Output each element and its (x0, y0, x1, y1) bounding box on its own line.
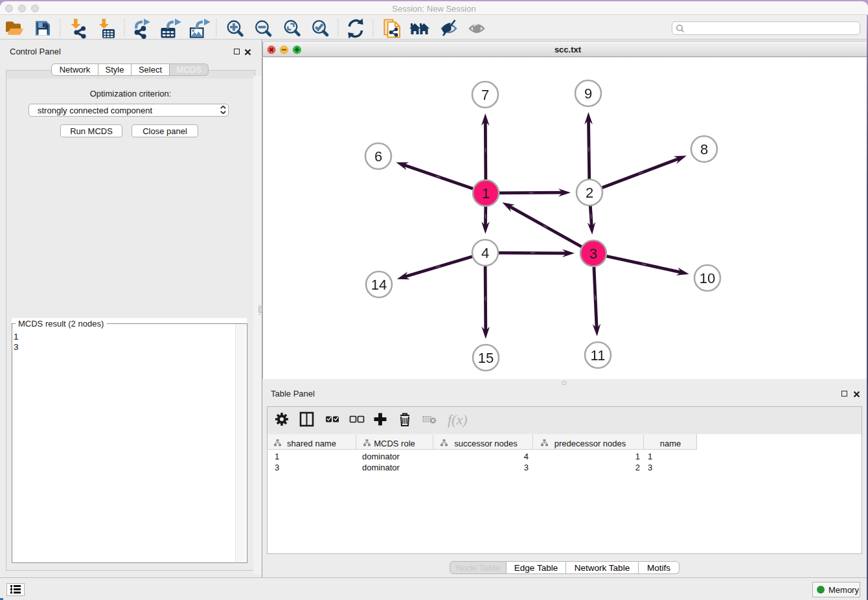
svg-text:3: 3 (589, 246, 597, 262)
svg-text:f(x): f(x) (448, 411, 468, 428)
svg-text:4: 4 (481, 245, 489, 261)
svg-text:2: 2 (586, 185, 593, 201)
svg-text:8: 8 (700, 141, 708, 157)
svg-text:7: 7 (481, 87, 489, 103)
svg-text:11: 11 (591, 347, 606, 363)
svg-text:14: 14 (371, 277, 387, 293)
svg-text:1: 1 (482, 185, 490, 202)
svg-text:15: 15 (478, 350, 494, 366)
svg-text:10: 10 (700, 270, 715, 286)
svg-text:9: 9 (584, 86, 592, 102)
svg-text:6: 6 (374, 148, 382, 165)
